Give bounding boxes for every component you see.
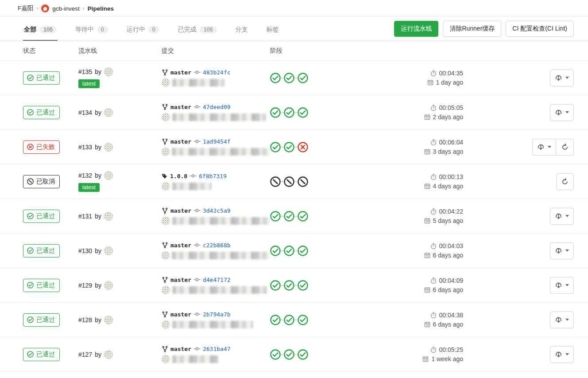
- pipeline-status-badge[interactable]: 已通过: [23, 71, 60, 85]
- download-artifacts-button[interactable]: [550, 346, 574, 363]
- pipeline-status-badge[interactable]: 已通过: [23, 279, 60, 292]
- commit-sha-link[interactable]: 483b24fc: [203, 69, 231, 76]
- stage-passed-icon[interactable]: [284, 349, 294, 360]
- user-avatar[interactable]: [104, 246, 113, 255]
- user-avatar[interactable]: [104, 108, 113, 117]
- commit-sha-link[interactable]: 6f8b7319: [199, 173, 227, 179]
- pipeline-status-badge[interactable]: 已取消: [23, 175, 60, 188]
- commit-author-avatar[interactable]: [162, 320, 170, 329]
- stage-passed-icon[interactable]: [270, 73, 281, 83]
- run-pipeline-button[interactable]: 运行流水线: [394, 21, 438, 37]
- tab-running[interactable]: 运行中 0: [126, 17, 160, 41]
- ref-name-link[interactable]: master: [170, 242, 191, 249]
- pipeline-status-badge[interactable]: 已通过: [23, 106, 60, 119]
- ref-name-link[interactable]: 1.0.0: [170, 173, 187, 179]
- stage-passed-icon[interactable]: [298, 280, 308, 291]
- commit-author-avatar[interactable]: [162, 78, 170, 87]
- commit-message-redacted: [172, 217, 270, 225]
- tab-label: 全部: [24, 26, 36, 34]
- user-avatar[interactable]: [104, 143, 113, 152]
- stage-canceled-icon[interactable]: [270, 176, 281, 187]
- commit-sha-link[interactable]: d4e47172: [203, 277, 231, 283]
- stage-passed-icon[interactable]: [284, 280, 294, 291]
- ref-name-link[interactable]: master: [170, 104, 191, 110]
- download-artifacts-button[interactable]: [550, 242, 574, 259]
- chevron-down-icon: [565, 249, 569, 252]
- commit-sha-link[interactable]: 3d42c5a9: [203, 207, 231, 214]
- stage-passed-icon[interactable]: [284, 107, 294, 118]
- stage-passed-icon[interactable]: [298, 349, 308, 360]
- ref-name-link[interactable]: master: [170, 277, 191, 283]
- pipeline-status-badge[interactable]: 已通过: [23, 210, 60, 223]
- tab-finished[interactable]: 已完成 105: [177, 17, 218, 41]
- stage-passed-icon[interactable]: [284, 211, 294, 222]
- stage-passed-icon[interactable]: [284, 73, 294, 83]
- download-artifacts-button[interactable]: [550, 277, 574, 294]
- download-artifacts-button[interactable]: [550, 70, 574, 86]
- stage-passed-icon[interactable]: [298, 73, 308, 83]
- stage-passed-icon[interactable]: [270, 211, 281, 222]
- user-avatar[interactable]: [104, 171, 113, 180]
- ref-name-link[interactable]: master: [170, 346, 191, 352]
- commit-author-avatar[interactable]: [162, 286, 170, 294]
- status-canceled-icon: [27, 178, 34, 185]
- user-avatar[interactable]: [104, 67, 113, 76]
- user-avatar[interactable]: [104, 350, 113, 359]
- commit-author-avatar[interactable]: [162, 251, 170, 260]
- pipeline-status-badge[interactable]: 已失败: [23, 140, 60, 154]
- stage-passed-icon[interactable]: [284, 142, 294, 152]
- tab-tags[interactable]: 标签: [266, 17, 280, 41]
- ref-name-link[interactable]: master: [170, 69, 191, 76]
- download-artifacts-button[interactable]: [550, 104, 574, 121]
- breadcrumb-group[interactable]: F嘉阳: [18, 4, 33, 12]
- stage-passed-icon[interactable]: [298, 246, 308, 256]
- tab-pending[interactable]: 等待中 0: [74, 17, 109, 41]
- commit-sha-link[interactable]: 2b794a7b: [203, 311, 231, 318]
- commit-author-avatar[interactable]: [162, 217, 170, 225]
- stage-passed-icon[interactable]: [298, 315, 308, 325]
- commit-sha-link[interactable]: 2631ba47: [203, 346, 231, 352]
- tab-all[interactable]: 全部 105: [23, 17, 58, 41]
- stage-passed-icon[interactable]: [270, 107, 281, 118]
- user-avatar[interactable]: [104, 316, 113, 324]
- tab-branches[interactable]: 分支: [235, 17, 249, 41]
- stage-passed-icon[interactable]: [270, 349, 281, 360]
- clear-runner-cache-button[interactable]: 清除Runner缓存: [443, 21, 501, 37]
- ref-name-link[interactable]: master: [170, 138, 191, 145]
- retry-pipeline-button[interactable]: [556, 173, 574, 190]
- commit-author-avatar[interactable]: [162, 148, 170, 156]
- stage-failed-icon[interactable]: [298, 142, 308, 152]
- stage-canceled-icon[interactable]: [298, 176, 308, 187]
- pipeline-status-badge[interactable]: 已通过: [23, 313, 60, 327]
- ref-name-link[interactable]: master: [170, 207, 191, 214]
- stage-passed-icon[interactable]: [284, 246, 294, 256]
- user-avatar[interactable]: [104, 281, 113, 290]
- stage-canceled-icon[interactable]: [284, 176, 294, 187]
- breadcrumb-project[interactable]: gcb-invest: [52, 5, 80, 12]
- download-artifacts-button[interactable]: [532, 139, 556, 156]
- stage-passed-icon[interactable]: [298, 107, 308, 118]
- ref-name-link[interactable]: master: [170, 311, 191, 318]
- pipeline-status-badge[interactable]: 已通过: [23, 244, 60, 257]
- stage-passed-icon[interactable]: [298, 211, 308, 222]
- ci-lint-button[interactable]: CI 配置检查(CI Lint): [506, 21, 574, 37]
- commit-sha-link[interactable]: c22b868b: [203, 242, 231, 249]
- pipeline-status-badge[interactable]: 已通过: [23, 348, 60, 361]
- branch-icon: [162, 311, 168, 318]
- commit-author-avatar[interactable]: [162, 113, 170, 121]
- stage-passed-icon[interactable]: [270, 142, 281, 152]
- commit-sha-link[interactable]: 1ad9454f: [203, 138, 231, 145]
- commit-cell: master c22b868b: [162, 242, 270, 260]
- download-artifacts-button[interactable]: [550, 312, 574, 328]
- stage-passed-icon[interactable]: [270, 280, 281, 291]
- stage-passed-icon[interactable]: [270, 246, 281, 256]
- commit-sha-link[interactable]: 47deed09: [203, 104, 231, 110]
- user-avatar[interactable]: [104, 212, 113, 221]
- download-artifacts-button[interactable]: [550, 208, 574, 225]
- stage-passed-icon[interactable]: [284, 315, 294, 325]
- retry-pipeline-button[interactable]: [556, 139, 574, 156]
- chevron-down-icon: [548, 146, 551, 148]
- stage-passed-icon[interactable]: [270, 315, 281, 325]
- commit-author-avatar[interactable]: [162, 182, 170, 191]
- commit-author-avatar[interactable]: [162, 355, 170, 363]
